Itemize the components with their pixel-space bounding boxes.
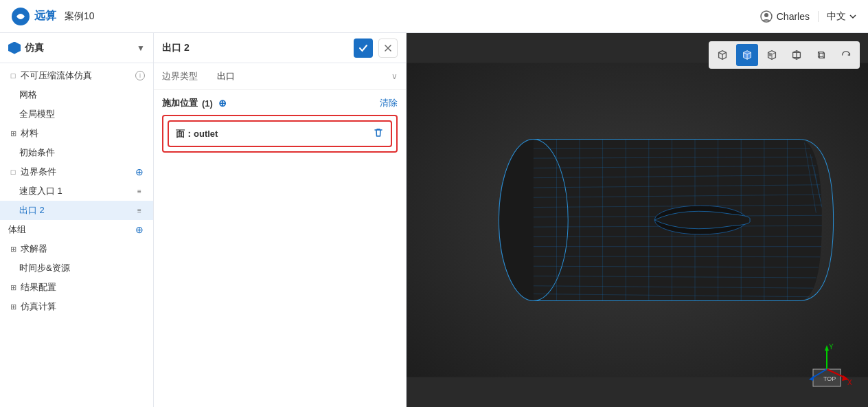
- sidebar-item-time-step[interactable]: 时间步&资源: [0, 258, 153, 278]
- sidebar-header: 仿真 ▼: [0, 33, 153, 63]
- add-volume-icon[interactable]: ⊕: [134, 224, 145, 235]
- expand-icon: □: [8, 71, 18, 80]
- svg-text:X: X: [847, 379, 852, 386]
- sidebar-item-materials[interactable]: ⊞ 材料: [0, 124, 153, 143]
- cube-face-icon: [766, 49, 778, 61]
- view-edge-button[interactable]: [786, 44, 808, 66]
- svg-point-2: [764, 13, 768, 17]
- boundary-type-row[interactable]: 边界类型 出口 ∨: [154, 63, 406, 90]
- header-left: 远算 案例10: [11, 7, 95, 26]
- location-section: 施加位置 (1) ⊕ 清除 面：outlet: [154, 90, 406, 160]
- expand-icon: □: [8, 167, 18, 177]
- location-header: 施加位置 (1) ⊕ 清除: [162, 97, 398, 109]
- boundary-type-chevron: ∨: [391, 72, 398, 81]
- item-label: 全局模型: [19, 108, 145, 120]
- confirm-button[interactable]: [354, 38, 373, 58]
- item-label: 材料: [21, 127, 145, 140]
- cube-outline-icon: [716, 49, 729, 61]
- cube-edge-icon: [790, 49, 803, 61]
- expand-icon: ⊞: [8, 129, 18, 138]
- item-label: 仿真计算: [21, 300, 145, 313]
- sidebar-item-incompressible[interactable]: □ 不可压缩流体仿真 i: [0, 66, 153, 85]
- language-label: 中文: [827, 10, 846, 23]
- view-wire2-button[interactable]: [810, 44, 832, 66]
- close-icon: [384, 44, 392, 52]
- item-label: 结果配置: [21, 281, 145, 294]
- item-label: 出口 2: [19, 204, 134, 217]
- simulation-icon: [8, 42, 21, 54]
- user-circle-icon: [760, 10, 773, 23]
- chevron-down-icon: [849, 12, 857, 21]
- svg-text:Y: Y: [829, 343, 834, 351]
- info-icon[interactable]: i: [135, 71, 145, 80]
- view-wireframe-button[interactable]: [711, 44, 733, 66]
- logo: 远算: [11, 7, 56, 26]
- boundary-type-label: 边界类型: [162, 70, 217, 82]
- reset-view-button[interactable]: [835, 44, 857, 66]
- sidebar: 仿真 ▼ □ 不可压缩流体仿真 i 网格 全局模型 ⊞ 材料: [0, 33, 154, 407]
- project-name: 案例10: [65, 10, 95, 23]
- expand-icon: ⊞: [8, 302, 18, 311]
- sidebar-tree: □ 不可压缩流体仿真 i 网格 全局模型 ⊞ 材料 初始条件: [0, 63, 153, 407]
- cube-solid-icon: [741, 49, 753, 61]
- location-title: 施加位置 (1) ⊕: [162, 97, 228, 109]
- sidebar-item-mesh[interactable]: 网格: [0, 85, 153, 104]
- item-label: 不可压缩流体仿真: [21, 69, 135, 82]
- sidebar-item-outlet2[interactable]: 出口 2 ≡: [0, 201, 153, 220]
- check-icon: [358, 43, 368, 53]
- sidebar-item-boundary-conditions[interactable]: □ 边界条件 ⊕: [0, 162, 153, 182]
- svg-rect-3: [769, 53, 773, 56]
- logo-text: 远算: [34, 9, 56, 23]
- sidebar-collapse-icon[interactable]: ▼: [137, 43, 145, 53]
- item-label: 边界条件: [21, 166, 134, 178]
- sidebar-item-initial-conditions[interactable]: 初始条件: [0, 143, 153, 162]
- cube-wire2-icon: [815, 49, 827, 61]
- viewport: TOP Y X: [407, 33, 868, 407]
- item-menu-icon[interactable]: ≡: [134, 186, 145, 197]
- location-count: (1): [202, 98, 213, 109]
- clear-location-button[interactable]: 清除: [380, 97, 398, 109]
- view-solid-button[interactable]: [736, 44, 758, 66]
- sidebar-item-global-model[interactable]: 全局模型: [0, 104, 153, 124]
- view-face-button[interactable]: [761, 44, 783, 66]
- item-menu-icon[interactable]: ≡: [134, 205, 145, 216]
- viewport-toolbar: [709, 41, 860, 69]
- item-label: 体组: [8, 223, 134, 236]
- boundary-type-value: 出口: [217, 70, 391, 82]
- boundary-panel: 出口 2 边界类型 出口 ∨: [154, 33, 407, 407]
- delete-location-icon[interactable]: [373, 127, 384, 140]
- item-label: 网格: [19, 89, 145, 101]
- sidebar-item-volume-group[interactable]: 体组 ⊕: [0, 220, 153, 239]
- header-divider: [818, 11, 819, 22]
- location-highlight-box: 面：outlet: [162, 115, 398, 153]
- language-selector[interactable]: 中文: [827, 10, 857, 23]
- user-name: Charles: [777, 11, 810, 22]
- user-info: Charles: [760, 10, 810, 23]
- header: 远算 案例10 Charles 中文: [0, 0, 868, 33]
- sidebar-item-sim-compute[interactable]: ⊞ 仿真计算: [0, 297, 153, 316]
- add-location-icon[interactable]: ⊕: [217, 98, 228, 109]
- sidebar-item-solver[interactable]: ⊞ 求解器: [0, 239, 153, 258]
- trash-svg: [373, 127, 384, 138]
- cancel-button[interactable]: [378, 38, 398, 58]
- coordinate-indicator: TOP Y X: [799, 338, 854, 393]
- item-label: 初始条件: [19, 146, 145, 159]
- item-label: 速度入口 1: [19, 185, 134, 197]
- expand-icon: ⊞: [8, 244, 18, 254]
- expand-icon: ⊞: [8, 283, 18, 292]
- location-item-text: 面：outlet: [176, 128, 218, 140]
- panel-header: 出口 2: [154, 33, 406, 63]
- location-item: 面：outlet: [168, 120, 392, 147]
- item-label: 求解器: [21, 243, 145, 255]
- location-prefix: 面：: [176, 129, 194, 139]
- main-layout: 仿真 ▼ □ 不可压缩流体仿真 i 网格 全局模型 ⊞ 材料: [0, 33, 868, 407]
- sidebar-item-velocity-inlet[interactable]: 速度入口 1 ≡: [0, 182, 153, 201]
- panel-actions: [354, 38, 398, 58]
- svg-text:TOP: TOP: [823, 375, 836, 382]
- coord-axes-icon: TOP Y X: [799, 338, 854, 393]
- logo-icon: [11, 7, 30, 26]
- sidebar-title: 仿真: [8, 42, 44, 54]
- sidebar-item-result-config[interactable]: ⊞ 结果配置: [0, 278, 153, 297]
- reset-view-icon: [840, 49, 852, 61]
- add-boundary-icon[interactable]: ⊕: [134, 166, 145, 177]
